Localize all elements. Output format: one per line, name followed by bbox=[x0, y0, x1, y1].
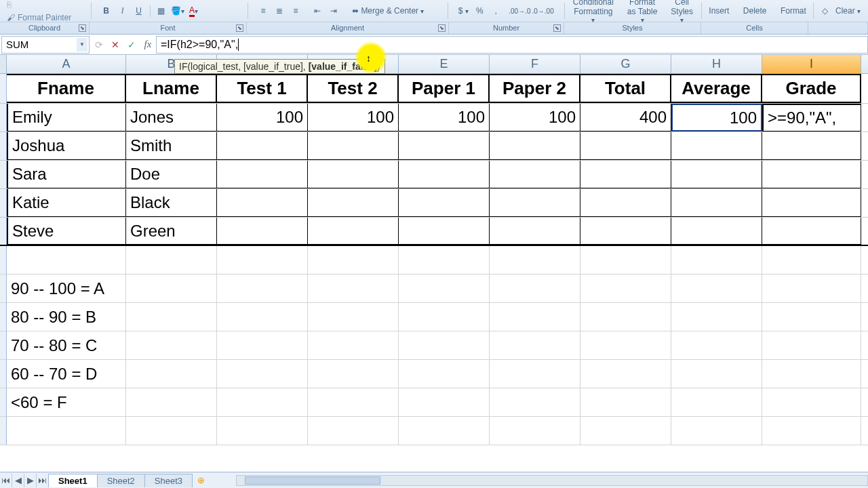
cell[interactable] bbox=[490, 132, 580, 160]
prev-sheet-button[interactable]: ◀ bbox=[12, 474, 24, 487]
sheet-tab-1[interactable]: Sheet1 bbox=[48, 474, 98, 487]
cell[interactable]: 90 -- 100 = A bbox=[7, 274, 126, 302]
cell[interactable] bbox=[580, 246, 671, 274]
cell[interactable]: Doe bbox=[126, 161, 217, 188]
insert-button[interactable]: Insert bbox=[705, 3, 733, 18]
cell[interactable] bbox=[217, 189, 308, 217]
cell[interactable] bbox=[762, 189, 861, 217]
cell[interactable] bbox=[308, 218, 399, 245]
increase-indent-button[interactable]: ⇥ bbox=[326, 3, 341, 18]
format-painter-button[interactable]: 🖌 Format Painter bbox=[3, 12, 88, 24]
cell[interactable] bbox=[399, 189, 490, 217]
expand-icon[interactable]: ⬊ bbox=[79, 24, 86, 32]
cell[interactable] bbox=[126, 246, 217, 274]
cell[interactable] bbox=[671, 246, 762, 274]
border-button[interactable]: ▦ bbox=[154, 3, 169, 18]
cell[interactable] bbox=[762, 218, 861, 245]
cell[interactable] bbox=[762, 246, 861, 274]
underline-button[interactable]: U bbox=[132, 3, 146, 18]
cell[interactable] bbox=[7, 246, 126, 274]
cell[interactable]: 70 -- 80 = C bbox=[7, 331, 126, 359]
cell[interactable]: Jones bbox=[126, 104, 217, 131]
cell[interactable] bbox=[580, 161, 671, 188]
cell[interactable]: 100 bbox=[308, 104, 399, 131]
cell[interactable] bbox=[671, 189, 762, 217]
cancel-formula-button[interactable]: ✕ bbox=[107, 36, 123, 54]
cell[interactable] bbox=[580, 218, 671, 245]
currency-button[interactable]: $ ▾ bbox=[456, 3, 471, 18]
cell-average[interactable]: 100 bbox=[671, 104, 762, 131]
cell[interactable] bbox=[671, 161, 762, 188]
cell[interactable] bbox=[580, 189, 671, 217]
horizontal-scrollbar[interactable] bbox=[236, 475, 868, 486]
merge-center-button[interactable]: ⬌ Merge & Center ▾ bbox=[348, 3, 428, 18]
cell-styles-button[interactable]: CellStyles▾ bbox=[667, 0, 697, 24]
cell[interactable] bbox=[399, 161, 490, 188]
cell[interactable] bbox=[490, 189, 580, 217]
select-all-corner[interactable] bbox=[0, 55, 7, 73]
header-lname[interactable]: Lname bbox=[126, 74, 217, 103]
cell[interactable]: <60 = F bbox=[7, 388, 126, 416]
cell[interactable]: Smith bbox=[126, 132, 217, 160]
expand-icon[interactable]: ⬊ bbox=[438, 24, 446, 32]
cell[interactable] bbox=[580, 132, 671, 160]
cell[interactable] bbox=[308, 132, 399, 160]
cell[interactable]: 100 bbox=[217, 104, 308, 131]
header-test2[interactable]: Test 2 bbox=[308, 74, 399, 103]
format-as-table-button[interactable]: Formatas Table▾ bbox=[623, 0, 661, 24]
enter-formula-button[interactable]: ✓ bbox=[123, 36, 140, 54]
cell[interactable] bbox=[399, 246, 490, 274]
name-box[interactable]: SUM ▼ bbox=[1, 36, 90, 54]
format-button[interactable]: Format bbox=[777, 3, 810, 18]
last-sheet-button[interactable]: ⏭ bbox=[37, 474, 49, 487]
cell[interactable] bbox=[217, 132, 308, 160]
cell[interactable] bbox=[762, 132, 861, 160]
cell[interactable] bbox=[490, 161, 580, 188]
cell[interactable]: Green bbox=[126, 218, 217, 245]
cell[interactable]: Joshua bbox=[7, 132, 126, 160]
header-paper2[interactable]: Paper 2 bbox=[490, 74, 580, 103]
bold-button[interactable]: B bbox=[99, 3, 114, 18]
cell[interactable]: Black bbox=[126, 189, 217, 217]
header-fname[interactable]: Fname bbox=[7, 74, 126, 103]
expand-icon[interactable]: ⬊ bbox=[553, 24, 561, 32]
cell[interactable] bbox=[308, 161, 399, 188]
cell[interactable]: Emily bbox=[7, 104, 126, 131]
col-header-f[interactable]: F bbox=[490, 55, 580, 73]
new-sheet-button[interactable]: ⊕ bbox=[193, 475, 209, 485]
first-sheet-button[interactable]: ⏮ bbox=[0, 474, 12, 487]
align-center-button[interactable]: ≣ bbox=[272, 3, 287, 18]
cell[interactable] bbox=[671, 132, 762, 160]
cell[interactable] bbox=[217, 218, 308, 245]
cell[interactable]: 400 bbox=[580, 104, 671, 131]
copy-button[interactable]: ⎘ bbox=[3, 0, 88, 11]
clear-button[interactable]: Clear ▾ bbox=[831, 3, 865, 18]
spreadsheet-grid[interactable]: A B C D E F G H I Fname Lname Test 1 Tes… bbox=[0, 55, 868, 445]
cell[interactable] bbox=[399, 218, 490, 245]
sheet-tab-3[interactable]: Sheet3 bbox=[144, 474, 193, 487]
decrease-indent-button[interactable]: ⇤ bbox=[310, 3, 325, 18]
cell[interactable] bbox=[490, 218, 580, 245]
cell[interactable] bbox=[217, 246, 308, 274]
col-header-a[interactable]: A bbox=[7, 55, 126, 73]
cell[interactable]: Sara bbox=[7, 161, 126, 188]
cell[interactable]: 60 -- 70 = D bbox=[7, 360, 126, 388]
cell[interactable] bbox=[399, 132, 490, 160]
cell[interactable] bbox=[217, 161, 308, 188]
cell[interactable]: Steve bbox=[7, 218, 126, 245]
align-right-button[interactable]: ≡ bbox=[288, 3, 303, 18]
header-total[interactable]: Total bbox=[580, 74, 671, 103]
increase-decimal-button[interactable]: .00→.0 bbox=[509, 3, 530, 18]
col-header-e[interactable]: E bbox=[399, 55, 490, 73]
col-header-i[interactable]: I bbox=[762, 55, 861, 73]
refresh-icon[interactable]: ⟳ bbox=[91, 36, 107, 54]
chevron-down-icon[interactable]: ▼ bbox=[77, 38, 87, 52]
align-left-button[interactable]: ≡ bbox=[256, 3, 271, 18]
cell[interactable]: 100 bbox=[490, 104, 580, 131]
fill-color-button[interactable]: 🪣▾ bbox=[170, 3, 185, 18]
cell[interactable] bbox=[308, 246, 399, 274]
conditional-formatting-button[interactable]: ConditionalFormatting▾ bbox=[569, 0, 618, 24]
cell[interactable] bbox=[490, 246, 580, 274]
cell[interactable]: 100 bbox=[399, 104, 490, 131]
header-average[interactable]: Average bbox=[671, 74, 762, 103]
